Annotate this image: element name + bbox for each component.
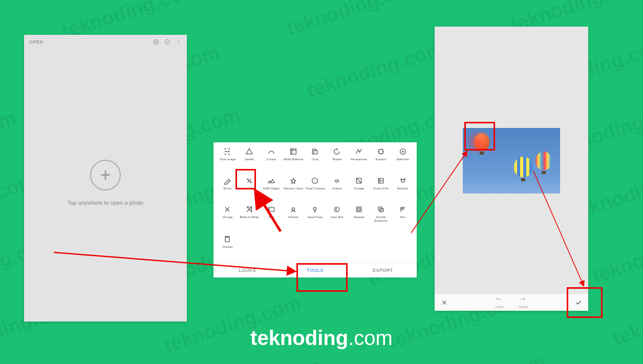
tool-grunge[interactable]: Grunge [217,205,239,230]
edits-icon[interactable] [153,39,159,45]
tool-icon [245,177,253,185]
tool-label: Retrolux [397,187,408,193]
top-icons [153,39,182,45]
tool-icon [355,177,363,185]
tool-tune-image[interactable]: Tune Image [217,147,239,172]
tool-frames[interactable]: Frames [217,235,239,259]
svg-point-3 [178,41,179,42]
tool-label: Tonal Contrast [305,187,325,193]
tool-label: Grunge [222,216,232,222]
tool-label: Brush [224,187,232,193]
tool-curves[interactable]: Curves [261,147,283,172]
redo-label: Redo [519,305,528,309]
tool-icon [399,147,407,156]
tool-white-balance[interactable]: White Balance [282,147,304,172]
tool-label: Rotate [332,158,341,164]
tool-icon [311,205,319,213]
tool-label: Frames [222,245,232,251]
tool-perspective[interactable]: Perspective [348,147,370,172]
tool-label: Vintage [354,187,364,193]
tool-retrolux[interactable]: Retrolux [392,177,414,201]
tool-vintage[interactable]: Vintage [348,177,370,201]
tool-label: Text [400,216,405,222]
tool-label: Details [245,158,254,164]
balloon-3 [535,152,552,174]
tool-icon [377,177,385,185]
healing-brush-mark [465,129,491,155]
tool-icon [377,147,385,156]
tool-icon [333,177,341,185]
more-icon[interactable] [176,39,182,45]
tool-label: Noir [268,216,274,222]
balloon-2 [514,157,532,181]
tool-tonal-contrast[interactable]: Tonal Contrast [304,177,326,201]
tool-label: Glamour Glow [284,187,303,193]
tool-icon [223,205,231,213]
tool-portrait[interactable]: Portrait [282,205,304,230]
apply-icon[interactable] [575,299,582,306]
tool-icon [355,205,363,213]
tool-icon [223,147,231,156]
cancel-icon[interactable] [441,299,448,306]
tool-label: Black & White [240,216,259,222]
open-label[interactable]: OPEN [29,39,44,45]
tool-icon [399,177,407,185]
tool-noir[interactable]: Noir [261,205,283,230]
tool-icon [333,147,341,156]
tool-label: White Balance [283,158,303,164]
tool-black-white[interactable]: Black & White [239,205,261,230]
tool-text[interactable]: Text [392,205,414,230]
tool-icon [289,177,297,185]
tool-icon [377,205,385,213]
redo-icon[interactable] [519,296,526,303]
tool-icon [267,147,275,156]
tool-lens-blur[interactable]: Lens Blur [326,205,348,230]
tool-icon [267,205,275,213]
undo-label: Undo [495,305,504,309]
tools-panel: Tune ImageDetailsCurvesWhite BalanceCrop… [213,142,417,277]
tool-rotate[interactable]: Rotate [326,147,348,172]
tool-icon [289,147,297,156]
tool-icon [311,177,319,185]
svg-point-2 [178,40,179,41]
tool-vignette[interactable]: Vignette [348,205,370,230]
tool-label: Tune Image [219,158,235,164]
brand-text: teknoding.com [0,327,643,350]
tool-grainy-film[interactable]: Grainy Film [370,177,392,201]
tool-crop[interactable]: Crop [304,147,326,172]
tool-label: Grainy Film [373,187,389,193]
tool-double-exposure[interactable]: Double Exposure [370,205,392,230]
tool-label: Head Pose [308,216,323,222]
tool-label: HDR Scape [263,187,280,193]
tool-icon [223,177,231,185]
tool-selective[interactable]: Selective [392,147,414,172]
tool-label: Curves [266,158,276,164]
tool-label: Double Exposure [370,216,392,222]
tool-brush[interactable]: Brush [217,177,239,201]
tool-label: Vignette [353,216,365,222]
tool-label: Crop [312,158,318,164]
tool-expand[interactable]: Expand [370,147,392,172]
svg-point-4 [178,44,179,45]
tool-icon [267,177,275,185]
tool-drama[interactable]: Drama [326,177,348,201]
tool-icon [289,205,297,213]
tool-head-pose[interactable]: Head Pose [304,205,326,230]
tab-tools[interactable]: TOOLS [281,263,349,277]
tool-label: Selective [396,158,409,164]
tab-looks[interactable]: LOOKS [213,263,281,277]
tool-icon [355,147,363,156]
undo-icon[interactable] [495,296,502,303]
tab-export[interactable]: EXPORT [349,263,417,277]
tool-label: Expand [376,158,386,164]
add-photo-button[interactable]: + [90,160,121,190]
open-photo-screen: OPEN + Tap anywhere to open a photo [24,35,187,322]
tool-icon [311,147,319,156]
tool-hdr-scape[interactable]: HDR Scape [261,177,283,201]
tool-details[interactable]: Details [239,147,261,172]
tool-healing[interactable]: Healing [239,177,261,201]
tool-icon [223,235,231,243]
tool-glamour-glow[interactable]: Glamour Glow [282,177,304,201]
tool-label: Healing [244,187,254,193]
info-icon[interactable] [164,39,170,45]
